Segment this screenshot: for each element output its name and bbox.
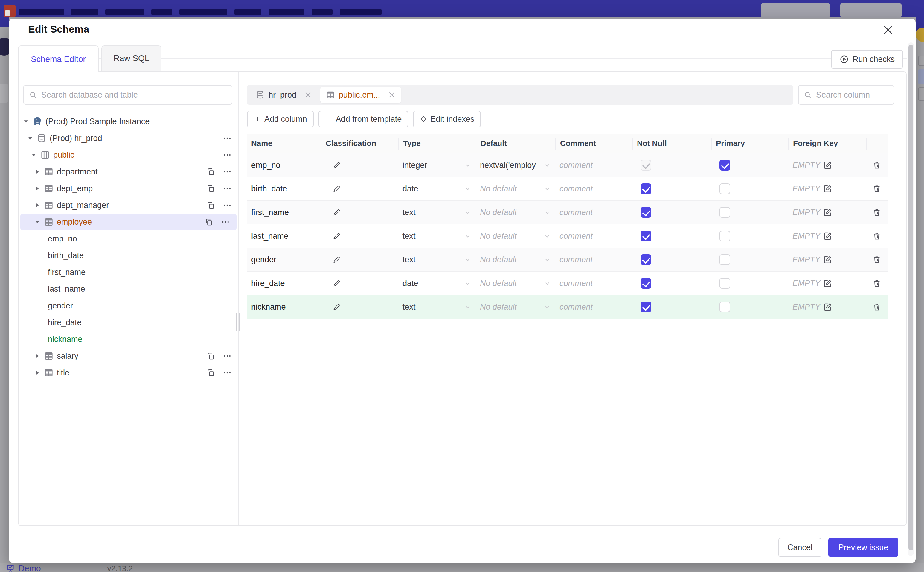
- trash-icon[interactable]: [872, 232, 881, 241]
- classification-cell[interactable]: [321, 184, 398, 193]
- more-actions-icon[interactable]: [221, 218, 230, 227]
- tree-item-column[interactable]: first_name: [19, 264, 238, 281]
- default-select[interactable]: No default: [476, 184, 555, 194]
- copy-icon[interactable]: [206, 351, 215, 361]
- edit-indexes-button[interactable]: Edit indexes: [413, 111, 481, 127]
- edit-icon[interactable]: [823, 302, 832, 311]
- caret-down-icon[interactable]: [27, 135, 34, 141]
- edit-icon[interactable]: [823, 184, 832, 193]
- copy-icon[interactable]: [206, 167, 215, 176]
- foreign-key-cell[interactable]: EMPTY: [788, 279, 866, 288]
- panel-resize-handle[interactable]: [236, 312, 240, 331]
- tree-item-table-selected[interactable]: employee: [20, 214, 237, 230]
- primary-checkbox[interactable]: [719, 278, 730, 289]
- foreign-key-cell[interactable]: EMPTY: [788, 184, 866, 194]
- scrollbar-thumb[interactable]: [908, 45, 913, 550]
- trash-icon[interactable]: [872, 279, 881, 288]
- edit-icon[interactable]: [823, 279, 832, 288]
- trash-icon[interactable]: [872, 255, 881, 264]
- column-name-cell[interactable]: birth_date: [247, 184, 321, 194]
- caret-down-icon[interactable]: [31, 152, 37, 158]
- not-null-checkbox[interactable]: [640, 278, 651, 289]
- more-actions-icon[interactable]: [223, 368, 232, 377]
- close-icon[interactable]: [882, 23, 895, 36]
- pencil-icon[interactable]: [332, 208, 341, 217]
- tree-item-column[interactable]: last_name: [19, 281, 238, 297]
- not-null-checkbox[interactable]: [640, 183, 651, 194]
- default-select[interactable]: nextval('employ: [476, 161, 555, 170]
- pencil-icon[interactable]: [332, 302, 341, 311]
- cancel-button[interactable]: Cancel: [778, 538, 822, 557]
- foreign-key-cell[interactable]: EMPTY: [788, 161, 866, 170]
- not-null-checkbox[interactable]: [640, 231, 651, 241]
- tree-item-table[interactable]: department: [19, 163, 238, 180]
- column-name-cell[interactable]: nickname: [247, 302, 321, 312]
- tree-item-table[interactable]: dept_emp: [19, 180, 238, 197]
- trash-icon[interactable]: [872, 161, 881, 169]
- type-select[interactable]: text: [398, 232, 476, 241]
- caret-right-icon[interactable]: [34, 353, 41, 359]
- type-select[interactable]: date: [398, 279, 476, 288]
- edit-icon[interactable]: [823, 255, 832, 264]
- preview-issue-button[interactable]: Preview issue: [828, 538, 898, 557]
- more-actions-icon[interactable]: [223, 201, 232, 210]
- not-null-checkbox[interactable]: [640, 302, 651, 312]
- classification-cell[interactable]: [321, 279, 398, 288]
- comment-input[interactable]: comment: [555, 232, 632, 241]
- copy-icon[interactable]: [206, 184, 215, 193]
- close-icon[interactable]: [304, 91, 312, 99]
- pencil-icon[interactable]: [332, 279, 341, 288]
- foreign-key-cell[interactable]: EMPTY: [788, 302, 866, 312]
- column-name-cell[interactable]: last_name: [247, 232, 321, 241]
- tree-item-column[interactable]: gender: [19, 297, 238, 314]
- default-select[interactable]: No default: [476, 232, 555, 241]
- column-name-cell[interactable]: gender: [247, 255, 321, 264]
- foreign-key-cell[interactable]: EMPTY: [788, 232, 866, 241]
- primary-checkbox[interactable]: [719, 231, 730, 241]
- run-checks-button[interactable]: Run checks: [831, 50, 903, 68]
- tree-item-table[interactable]: title: [19, 364, 238, 381]
- classification-cell[interactable]: [321, 161, 398, 169]
- primary-checkbox[interactable]: [719, 207, 730, 218]
- primary-checkbox[interactable]: [719, 160, 730, 171]
- pencil-icon[interactable]: [332, 161, 341, 169]
- caret-down-icon[interactable]: [34, 219, 41, 225]
- edit-icon[interactable]: [823, 161, 832, 169]
- column-name-cell[interactable]: hire_date: [247, 279, 321, 288]
- trash-icon[interactable]: [872, 208, 881, 217]
- column-name-cell[interactable]: first_name: [247, 208, 321, 217]
- default-select[interactable]: No default: [476, 302, 555, 312]
- tree-item-table[interactable]: salary: [19, 348, 238, 364]
- caret-right-icon[interactable]: [34, 370, 41, 376]
- column-name-cell[interactable]: emp_no: [247, 161, 321, 170]
- tab-chip-table-active[interactable]: public.em...: [320, 87, 401, 103]
- tab-schema-editor[interactable]: Schema Editor: [18, 45, 99, 72]
- more-actions-icon[interactable]: [223, 167, 232, 176]
- tree-item-database[interactable]: (Prod) hr_prod: [19, 130, 238, 146]
- primary-checkbox[interactable]: [719, 254, 730, 265]
- close-icon[interactable]: [388, 91, 395, 99]
- not-null-checkbox[interactable]: [640, 160, 651, 171]
- default-select[interactable]: No default: [476, 279, 555, 288]
- caret-right-icon[interactable]: [34, 202, 41, 208]
- primary-checkbox[interactable]: [719, 302, 730, 312]
- trash-icon[interactable]: [872, 184, 881, 193]
- tree-item-column[interactable]: birth_date: [19, 247, 238, 264]
- tree-item-table[interactable]: dept_manager: [19, 197, 238, 214]
- tree-item-column[interactable]: emp_no: [19, 230, 238, 247]
- database-search-input[interactable]: [23, 85, 233, 105]
- tree-item-instance[interactable]: (Prod) Prod Sample Instance: [19, 113, 238, 130]
- more-actions-icon[interactable]: [223, 351, 232, 361]
- caret-right-icon[interactable]: [34, 168, 41, 175]
- edit-icon[interactable]: [823, 232, 832, 241]
- default-select[interactable]: No default: [476, 208, 555, 217]
- tab-raw-sql[interactable]: Raw SQL: [101, 45, 161, 71]
- type-select[interactable]: text: [398, 255, 476, 264]
- comment-input[interactable]: comment: [555, 279, 632, 288]
- more-actions-icon[interactable]: [223, 184, 232, 193]
- more-actions-icon[interactable]: [223, 134, 232, 143]
- type-select[interactable]: text: [398, 208, 476, 217]
- comment-input[interactable]: comment: [555, 184, 632, 194]
- foreign-key-cell[interactable]: EMPTY: [788, 255, 866, 264]
- add-from-template-button[interactable]: Add from template: [318, 111, 408, 127]
